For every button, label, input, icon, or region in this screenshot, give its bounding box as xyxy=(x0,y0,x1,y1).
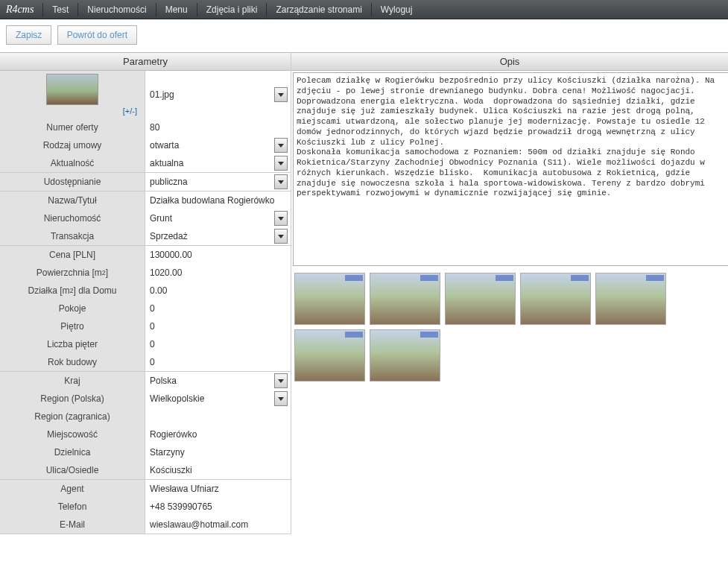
param-input[interactable] xyxy=(148,174,275,189)
param-input[interactable] xyxy=(148,266,288,279)
main-thumbnail[interactable] xyxy=(46,74,98,105)
param-input[interactable] xyxy=(148,284,288,297)
dropdown-arrow[interactable] xyxy=(274,229,288,244)
gallery xyxy=(291,270,728,384)
param-label: Liczba pięter xyxy=(0,335,145,353)
param-label: Powierzchnia [m2] xyxy=(0,264,145,282)
dropdown-arrow[interactable] xyxy=(274,211,288,226)
param-label: Ulica/Osiedle xyxy=(0,461,145,479)
param-input[interactable] xyxy=(148,338,288,351)
gallery-thumb[interactable] xyxy=(595,273,666,325)
top-nav: R4cms Test Nieruchomości Menu Zdjęcia i … xyxy=(0,0,728,19)
param-input[interactable] xyxy=(148,428,288,441)
param-label: Rok budowy xyxy=(0,353,145,371)
param-input[interactable] xyxy=(148,463,288,477)
param-label: Nazwa/Tytuł xyxy=(0,192,145,209)
param-input[interactable] xyxy=(148,500,288,513)
image-thumb-cell: [+/-] xyxy=(0,71,145,118)
param-input[interactable] xyxy=(148,373,275,388)
params-header: Parametry xyxy=(0,52,291,71)
nav-menu[interactable]: Menu xyxy=(158,0,195,19)
gallery-thumb[interactable] xyxy=(520,273,591,325)
gallery-thumb[interactable] xyxy=(445,273,516,325)
back-button[interactable]: Powrót do ofert xyxy=(57,25,137,45)
param-label: Działka [m2] dla Domu xyxy=(0,282,145,300)
nav-test[interactable]: Test xyxy=(45,0,76,19)
param-label: Agent xyxy=(0,480,145,498)
param-label: Cena [PLN] xyxy=(0,246,145,264)
gallery-thumb[interactable] xyxy=(370,329,440,382)
dropdown-arrow[interactable] xyxy=(274,373,288,388)
dropdown-arrow[interactable] xyxy=(274,391,288,406)
param-label: Transakcja xyxy=(0,227,145,245)
param-label: Kraj xyxy=(0,372,145,390)
save-button[interactable]: Zapisz xyxy=(6,25,51,45)
image-filename-input[interactable] xyxy=(148,87,275,102)
image-dropdown-arrow[interactable] xyxy=(274,87,288,102)
param-label: Piętro xyxy=(0,317,145,335)
param-label: Nieruchomość xyxy=(0,209,145,227)
dropdown-arrow[interactable] xyxy=(274,174,288,189)
nav-wyloguj[interactable]: Wyloguj xyxy=(373,0,420,19)
param-input[interactable] xyxy=(148,229,275,244)
param-input[interactable] xyxy=(148,410,288,423)
nav-zdjecia[interactable]: Zdjęcia i pliki xyxy=(199,0,265,19)
param-label: E-Mail xyxy=(0,516,145,534)
desc-header: Opis xyxy=(291,52,728,71)
param-label: Miejscowość xyxy=(0,425,145,443)
param-input[interactable] xyxy=(148,320,288,333)
param-label: Rodzaj umowy xyxy=(0,136,145,154)
param-input[interactable] xyxy=(148,518,288,531)
nav-nieruchomosci[interactable]: Nieruchomości xyxy=(80,0,153,19)
param-label: Telefon xyxy=(0,498,145,516)
description-textarea[interactable] xyxy=(293,72,728,266)
param-input[interactable] xyxy=(148,482,288,496)
param-label: Numer oferty xyxy=(0,118,145,136)
param-label: Aktualność xyxy=(0,154,145,172)
gallery-thumb[interactable] xyxy=(294,329,365,382)
param-input[interactable] xyxy=(148,391,275,406)
param-input[interactable] xyxy=(148,446,288,459)
param-input[interactable] xyxy=(148,138,275,153)
nav-zarzadzanie[interactable]: Zarządzanie stronami xyxy=(268,0,369,19)
logo: R4cms xyxy=(6,4,34,16)
param-input[interactable] xyxy=(148,302,288,315)
thumb-toggle[interactable]: [+/-] xyxy=(3,105,142,115)
gallery-thumb[interactable] xyxy=(370,273,440,325)
param-input[interactable] xyxy=(148,211,275,226)
param-label: Dzielnica xyxy=(0,443,145,461)
param-label: Region (zagranica) xyxy=(0,408,145,425)
param-label: Udostępnianie xyxy=(0,173,145,191)
gallery-thumb[interactable] xyxy=(294,273,365,325)
param-label: Pokoje xyxy=(0,300,145,317)
param-label: Region (Polska) xyxy=(0,390,145,408)
dropdown-arrow[interactable] xyxy=(274,138,288,153)
param-input[interactable] xyxy=(148,248,288,262)
action-bar: Zapisz Powrót do ofert xyxy=(0,19,728,52)
dropdown-arrow[interactable] xyxy=(274,156,288,171)
param-input[interactable] xyxy=(148,121,288,134)
param-input[interactable] xyxy=(148,355,288,369)
param-input[interactable] xyxy=(148,194,288,207)
param-input[interactable] xyxy=(148,156,275,171)
